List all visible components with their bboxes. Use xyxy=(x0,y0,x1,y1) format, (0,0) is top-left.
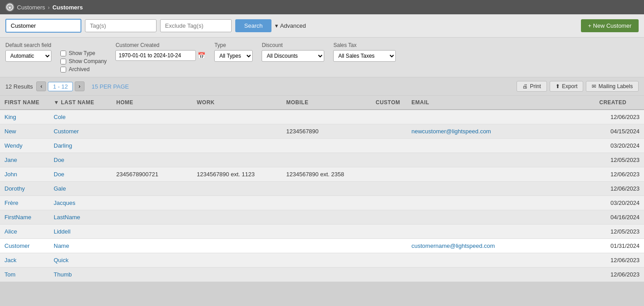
show-type-checkbox[interactable] xyxy=(60,51,66,56)
customer-created-label: Customer Created xyxy=(115,42,205,48)
discount-select[interactable]: All Discounts No Discount xyxy=(262,50,324,62)
pagination: ‹ 1 - 12 › xyxy=(36,81,84,91)
default-search-group: Default search field Automatic First Nam… xyxy=(5,42,51,62)
export-button[interactable]: ⬆ Export xyxy=(550,81,584,92)
top-bar: ● Customers › Customers xyxy=(0,0,644,14)
export-icon: ⬆ xyxy=(555,83,560,89)
discount-group: Discount All Discounts No Discount xyxy=(262,42,324,62)
table-row[interactable]: FirstNameLastName04/16/2024 xyxy=(0,210,644,225)
type-group: Type All Types Individual Company xyxy=(214,42,253,62)
col-header-custom[interactable]: CUSTOM xyxy=(371,96,407,110)
table-row[interactable]: AliceLiddell12/05/2023 xyxy=(0,225,644,239)
tags-input[interactable] xyxy=(85,19,157,32)
svg-text:●: ● xyxy=(8,5,11,10)
per-page-selector[interactable]: 15 PER PAGE xyxy=(92,83,129,90)
col-header-lastname[interactable]: ▼ LAST NAME xyxy=(49,96,112,110)
show-type-checkbox-label[interactable]: Show Type xyxy=(60,50,107,56)
table-row[interactable]: FrèreJacques03/20/2024 xyxy=(0,196,644,210)
archived-checkbox-label[interactable]: Archived xyxy=(60,66,107,72)
show-type-label: Show Type xyxy=(69,50,95,56)
col-header-work[interactable]: WORK xyxy=(192,96,282,110)
col-header-firstname[interactable]: FIRST NAME xyxy=(0,96,49,110)
type-select[interactable]: All Types Individual Company xyxy=(214,50,253,62)
checkboxes-group: Show Type Show Company Archived xyxy=(60,42,107,72)
action-buttons: 🖨 Print ⬆ Export ✉ Mailing Labels xyxy=(517,81,639,92)
calendar-icon[interactable]: 📅 xyxy=(198,52,205,59)
archived-label: Archived xyxy=(69,66,90,72)
advanced-label: Advanced xyxy=(280,22,306,29)
customers-table: FIRST NAME ▼ LAST NAME HOME WORK MOBILE … xyxy=(0,96,644,282)
show-company-checkbox[interactable] xyxy=(60,59,66,64)
app-icon: ● xyxy=(5,3,14,12)
table-row[interactable]: JaneDoe12/05/2023 xyxy=(0,153,644,167)
col-header-created[interactable]: CREATED xyxy=(595,96,644,110)
archived-checkbox[interactable] xyxy=(60,67,66,72)
advanced-button[interactable]: ▾ Advanced xyxy=(275,22,306,29)
col-header-mobile[interactable]: MOBILE xyxy=(282,96,371,110)
customer-search-input[interactable] xyxy=(5,19,81,33)
discount-label: Discount xyxy=(262,42,324,48)
results-count: 12 Results xyxy=(5,83,33,90)
export-label: Export xyxy=(562,83,578,89)
mail-icon: ✉ xyxy=(592,83,596,89)
table-row[interactable]: JohnDoe23456789007211234567890 ext. 1123… xyxy=(0,167,644,182)
type-label: Type xyxy=(214,42,253,48)
mailing-labels-label: Mailing Labels xyxy=(598,83,633,89)
table-row[interactable]: WendyDarling03/20/2024 xyxy=(0,139,644,153)
table-row[interactable]: DorothyGale12/06/2023 xyxy=(0,182,644,196)
print-icon: 🖨 xyxy=(522,83,528,89)
print-button[interactable]: 🖨 Print xyxy=(517,81,547,92)
results-bar: 12 Results ‹ 1 - 12 › 15 PER PAGE 🖨 Prin… xyxy=(0,77,644,96)
col-header-home[interactable]: HOME xyxy=(112,96,192,110)
date-range-input[interactable] xyxy=(115,50,196,61)
search-bar: Search ▾ Advanced + New Customer xyxy=(0,14,644,38)
exclude-tags-input[interactable] xyxy=(160,19,232,32)
show-company-label: Show Company xyxy=(69,58,107,64)
table-row[interactable]: KingCole12/06/2023 xyxy=(0,110,644,124)
next-page-button[interactable]: › xyxy=(75,81,85,91)
new-customer-button[interactable]: + New Customer xyxy=(581,19,639,32)
breadcrumb-separator: › xyxy=(48,4,50,11)
table-row[interactable]: CustomerNamecustomername@lightspeed.com0… xyxy=(0,239,644,253)
default-search-label: Default search field xyxy=(5,42,51,48)
prev-page-button[interactable]: ‹ xyxy=(36,81,46,91)
table-header-row: FIRST NAME ▼ LAST NAME HOME WORK MOBILE … xyxy=(0,96,644,110)
print-label: Print xyxy=(530,83,541,89)
table-body: KingCole12/06/2023NewCustomer1234567890n… xyxy=(0,110,644,282)
mailing-labels-button[interactable]: ✉ Mailing Labels xyxy=(586,81,639,92)
table-row[interactable]: NewCustomer1234567890newcustomer@lightsp… xyxy=(0,124,644,139)
table-row[interactable]: JackQuick12/06/2023 xyxy=(0,253,644,268)
sales-tax-label: Sales Tax xyxy=(333,42,396,48)
table-row[interactable]: TomThumb12/06/2023 xyxy=(0,268,644,282)
col-header-email[interactable]: EMAIL xyxy=(407,96,595,110)
filter-bar: Default search field Automatic First Nam… xyxy=(0,38,644,77)
search-button[interactable]: Search xyxy=(235,19,271,32)
sales-tax-group: Sales Tax All Sales Taxes xyxy=(333,42,396,62)
current-page: 1 - 12 xyxy=(48,82,72,91)
default-search-select[interactable]: Automatic First Name Last Name Email xyxy=(5,50,51,62)
breadcrumb-current: Customers xyxy=(52,4,83,11)
show-company-checkbox-label[interactable]: Show Company xyxy=(60,58,107,64)
sales-tax-select[interactable]: All Sales Taxes xyxy=(333,50,396,62)
customer-created-group: Customer Created 📅 xyxy=(115,42,205,61)
breadcrumb-customers[interactable]: Customers xyxy=(17,4,45,11)
chevron-down-icon: ▾ xyxy=(275,22,278,29)
